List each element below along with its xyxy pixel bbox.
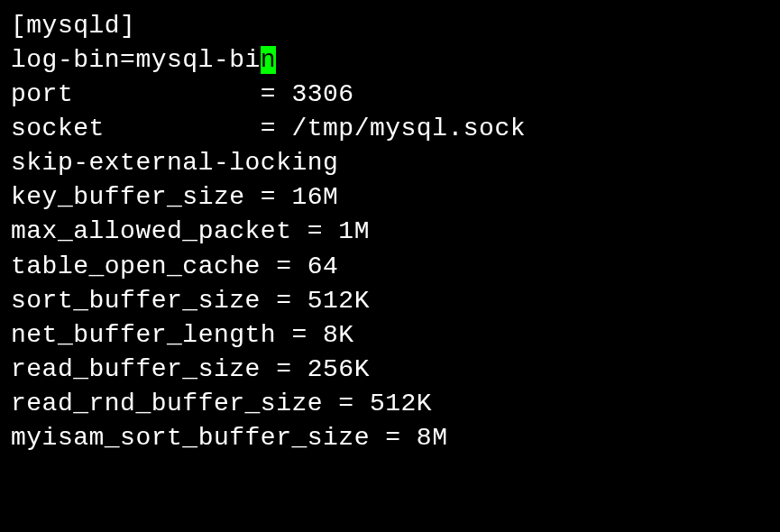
config-line-table-open-cache[interactable]: table_open_cache = 64 xyxy=(11,250,769,284)
config-line-read-buffer-size[interactable]: read_buffer_size = 256K xyxy=(11,353,769,387)
editor-cursor: n xyxy=(261,46,276,74)
config-line-key-buffer-size[interactable]: key_buffer_size = 16M xyxy=(11,180,769,215)
line-pre-cursor: log-bin=mysql-bi xyxy=(11,46,261,74)
config-line-max-allowed-packet[interactable]: max_allowed_packet = 1M xyxy=(11,215,769,249)
config-line-sort-buffer-size[interactable]: sort_buffer_size = 512K xyxy=(11,284,769,318)
config-line-read-rnd-buffer-size[interactable]: read_rnd_buffer_size = 512K xyxy=(11,387,769,421)
config-line-myisam-sort-buffer-size[interactable]: myisam_sort_buffer_size = 8M xyxy=(11,421,769,455)
config-line-log-bin[interactable]: log-bin=mysql-bin xyxy=(11,43,769,78)
config-line-net-buffer-length[interactable]: net_buffer_length = 8K xyxy=(11,318,769,353)
config-section-header: [mysqld] xyxy=(11,9,769,43)
config-line-skip-external-locking[interactable]: skip-external-locking xyxy=(11,146,769,180)
config-line-port[interactable]: port = 3306 xyxy=(11,78,769,112)
config-line-socket[interactable]: socket = /tmp/mysql.sock xyxy=(11,112,769,146)
